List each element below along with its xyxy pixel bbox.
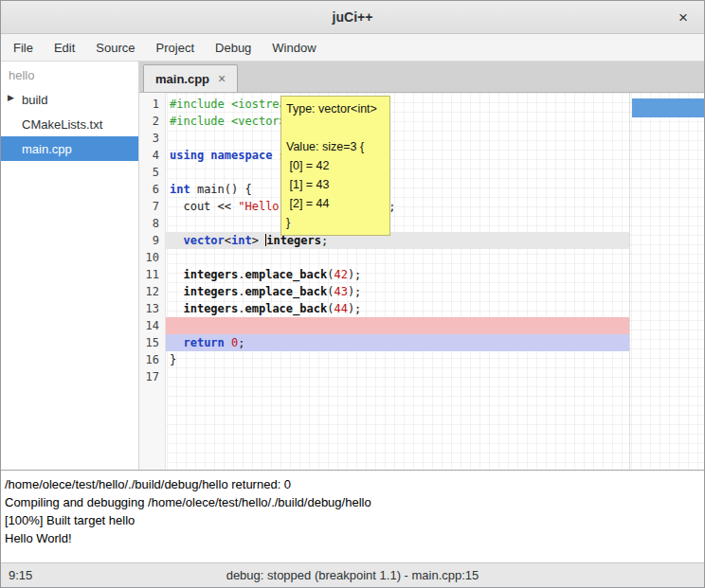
tree-item-build[interactable]: ▶build — [1, 87, 138, 112]
line-number[interactable]: 9 — [139, 232, 166, 249]
code-line-17[interactable]: 17 — [139, 368, 704, 385]
tooltip-line: Value: size=3 { — [286, 137, 385, 156]
code-line-11[interactable]: 11 integers.emplace_back(42); — [139, 266, 704, 283]
code-line-9[interactable]: 9 vector<int> integers; — [139, 232, 704, 249]
terminal-line: Compiling and debugging /home/olece/test… — [5, 493, 700, 511]
code-text — [166, 249, 170, 266]
line-number[interactable]: 14 — [139, 317, 166, 334]
tooltip-line: Type: vector<int> — [286, 99, 385, 118]
code-line-3[interactable]: 3 — [139, 130, 704, 147]
tab-bar: main.cpp× — [139, 62, 704, 93]
menu-edit[interactable]: Edit — [44, 36, 85, 60]
tree-item-label: CMakeLists.txt — [22, 117, 102, 132]
line-number[interactable]: 10 — [139, 249, 166, 266]
tooltip-line — [286, 118, 385, 137]
line-number[interactable]: 17 — [139, 368, 166, 385]
code-text: integers.emplace_back(43); — [166, 283, 361, 300]
code-text — [166, 164, 170, 181]
tab-close-icon[interactable]: × — [218, 71, 226, 86]
tab-main-cpp[interactable]: main.cpp× — [143, 64, 238, 92]
menu-project[interactable]: Project — [146, 36, 205, 60]
main-area: hello ▶buildCMakeLists.txtmain.cpp main.… — [1, 62, 704, 470]
editor-pane: main.cpp× 1#include <iostream>2#include … — [139, 62, 704, 470]
tab-label: main.cpp — [155, 72, 209, 86]
line-number[interactable]: 2 — [139, 113, 166, 130]
expander-icon[interactable]: ▶ — [8, 93, 19, 102]
code-lines: 1#include <iostream>2#include <vector>34… — [139, 93, 704, 385]
tree-item-label: main.cpp — [22, 142, 72, 156]
line-number[interactable]: 15 — [139, 334, 166, 351]
code-line-12[interactable]: 12 integers.emplace_back(43); — [139, 283, 704, 300]
code-text — [166, 130, 170, 147]
menu-window[interactable]: Window — [262, 36, 326, 60]
code-text — [166, 317, 170, 334]
code-text: int main() { — [166, 181, 252, 198]
debug-value-tooltip: Type: vector<int> Value: size=3 { [0] = … — [280, 96, 390, 236]
line-number[interactable]: 4 — [139, 147, 166, 164]
code-text: } — [166, 351, 176, 368]
code-line-1[interactable]: 1#include <iostream> — [139, 96, 704, 113]
line-number[interactable]: 1 — [139, 96, 166, 113]
code-line-8[interactable]: 8 — [139, 215, 704, 232]
code-line-2[interactable]: 2#include <vector> — [139, 113, 704, 130]
code-line-4[interactable]: 4using namespace std; — [139, 147, 704, 164]
tooltip-line: [2] = 44 — [286, 194, 385, 213]
debug-status-text: debug: stopped (breakpoint 1.1) - main.c… — [1, 568, 704, 582]
tree-item-cmakelists-txt[interactable]: CMakeLists.txt — [1, 112, 138, 136]
code-text: integers.emplace_back(44); — [166, 300, 361, 317]
code-line-10[interactable]: 10 — [139, 249, 704, 266]
code-text — [166, 215, 170, 232]
code-line-7[interactable]: 7 cout << "Hello World!" << endl; — [139, 198, 704, 215]
window-title: juCi++ — [333, 9, 373, 25]
code-line-6[interactable]: 6int main() { — [139, 181, 704, 198]
menu-file[interactable]: File — [3, 36, 44, 60]
code-text: return 0; — [166, 334, 245, 351]
line-number[interactable]: 16 — [139, 351, 166, 368]
tooltip-line: } — [286, 213, 385, 232]
tooltip-line: [0] = 42 — [286, 156, 385, 175]
file-tree: ▶buildCMakeLists.txtmain.cpp — [1, 87, 138, 161]
line-number[interactable]: 5 — [139, 164, 166, 181]
line-number[interactable]: 7 — [139, 198, 166, 215]
code-line-15[interactable]: 15 return 0; — [139, 334, 704, 351]
tree-item-main-cpp[interactable]: main.cpp — [1, 136, 138, 161]
code-line-14[interactable]: 14 — [139, 317, 704, 334]
menu-debug[interactable]: Debug — [205, 36, 262, 60]
window-close-button[interactable]: × — [672, 7, 695, 29]
line-number[interactable]: 3 — [139, 130, 166, 147]
code-text: integers.emplace_back(42); — [166, 266, 361, 283]
code-line-13[interactable]: 13 integers.emplace_back(44); — [139, 300, 704, 317]
line-number[interactable]: 6 — [139, 181, 166, 198]
tree-item-label: build — [22, 93, 47, 107]
line-number[interactable]: 13 — [139, 300, 166, 317]
code-text — [166, 368, 170, 385]
jucipp-window: juCi++ × FileEditSourceProjectDebugWindo… — [0, 0, 705, 588]
scrollbar-thumb[interactable] — [632, 98, 704, 117]
code-line-16[interactable]: 16} — [139, 351, 704, 368]
status-bar: 9:15 debug: stopped (breakpoint 1.1) - m… — [1, 562, 704, 587]
line-number[interactable]: 8 — [139, 215, 166, 232]
file-tree-panel: hello ▶buildCMakeLists.txtmain.cpp — [1, 62, 139, 470]
terminal-output-panel: /home/olece/test/hello/./build/debug/hel… — [1, 470, 704, 562]
code-line-5[interactable]: 5 — [139, 164, 704, 181]
menu-bar: FileEditSourceProjectDebugWindow — [1, 34, 704, 62]
line-highlight — [166, 317, 629, 334]
project-directory-label[interactable]: hello — [1, 62, 138, 87]
menu-source[interactable]: Source — [85, 36, 145, 60]
code-editor[interactable]: 1#include <iostream>2#include <vector>34… — [139, 93, 704, 470]
terminal-line: /home/olece/test/hello/./build/debug/hel… — [5, 475, 700, 493]
titlebar[interactable]: juCi++ × — [1, 1, 704, 34]
terminal-line: [100%] Built target hello — [5, 511, 700, 529]
tooltip-line: [1] = 43 — [286, 175, 385, 194]
line-number[interactable]: 12 — [139, 283, 166, 300]
line-number[interactable]: 11 — [139, 266, 166, 283]
terminal-line: Hello World! — [5, 529, 700, 547]
code-text: #include <vector> — [166, 113, 286, 130]
